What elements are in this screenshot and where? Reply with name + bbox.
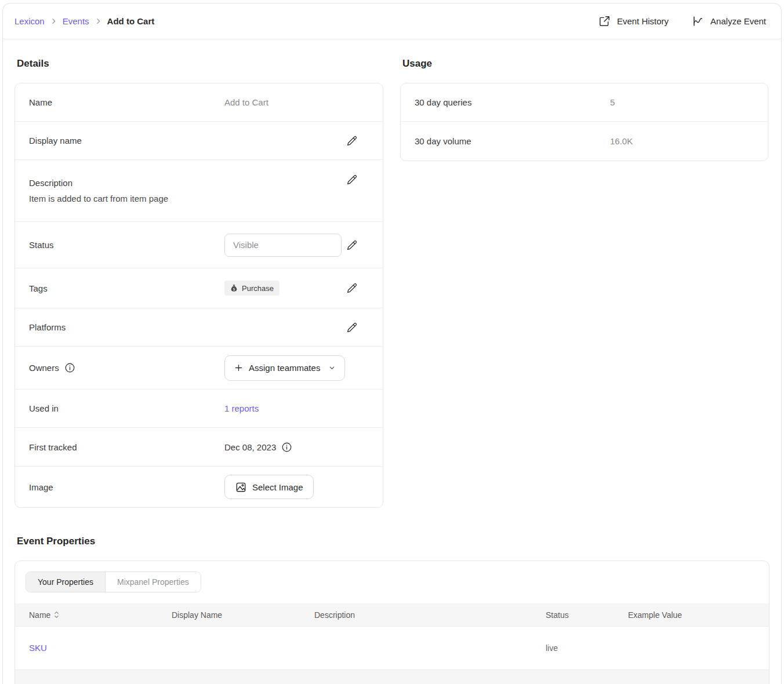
image-label: Image [29,482,53,492]
event-properties-card: Your Properties Mixpanel Properties Name… [14,561,770,684]
tags-label: Tags [29,283,48,293]
analyze-event-label: Analyze Event [710,16,766,26]
details-card: Name Add to Cart Display name Descriptio… [14,83,383,508]
owners-label: Owners [29,363,59,373]
image-icon [235,481,247,493]
pencil-icon [346,282,358,294]
description-label: Description [29,178,72,188]
money-bag-icon: $ [230,284,238,292]
select-image-button[interactable]: Select Image [224,475,314,499]
first-tracked-value: Dec 08, 2023 [224,442,276,452]
detail-row-display-name: Display name [15,122,383,160]
analyze-event-button[interactable]: Analyze Event [692,15,766,27]
properties-table-header: Name Display Name Description Status Exa… [15,603,769,627]
plus-icon [234,363,244,373]
column-header-status[interactable]: Status [546,610,628,620]
chevron-right-icon [50,17,57,25]
column-header-example-value[interactable]: Example Value [628,610,769,620]
first-tracked-info-icon[interactable] [281,442,292,453]
edit-status-button[interactable] [346,239,358,252]
app-window: Lexicon Events Add to Cart Event History… [2,3,782,684]
edit-display-name-button[interactable] [346,134,358,147]
breadcrumb: Lexicon Events Add to Cart [14,16,154,26]
used-in-reports-link[interactable]: 1 reports [224,403,259,413]
header-actions: Event History Analyze Event [598,15,766,27]
column-header-description[interactable]: Description [314,610,546,620]
detail-row-first-tracked: First tracked Dec 08, 2023 [15,428,383,467]
event-history-label: Event History [617,16,669,26]
column-header-display-name[interactable]: Display Name [172,610,314,620]
pencil-icon [346,321,358,334]
main-content: Details Name Add to Cart Display name De… [3,39,781,684]
column-header-name[interactable]: Name [29,610,172,620]
edit-tags-button[interactable] [346,282,358,294]
detail-row-status: Status [15,222,383,268]
tab-your-properties[interactable]: Your Properties [26,572,106,592]
detail-row-platforms: Platforms [15,308,383,347]
pencil-icon [346,134,358,147]
pencil-icon [346,173,358,186]
select-image-label: Select Image [252,482,303,492]
usage-queries-label: 30 day queries [415,97,471,107]
table-row[interactable]: Scroll % live [15,670,769,684]
assign-teammates-label: Assign teammates [249,363,320,373]
usage-section-title: Usage [402,58,768,70]
description-value: Item is added to cart from item page [29,194,168,203]
property-link-sku[interactable]: SKU [29,643,47,653]
breadcrumb-lexicon[interactable]: Lexicon [14,16,45,26]
details-section-title: Details [17,58,383,70]
tag-chip-purchase[interactable]: $ Purchase [224,281,280,296]
cell-status: live [546,643,628,653]
breadcrumb-current-page: Add to Cart [107,16,155,26]
display-name-label: Display name [29,136,82,145]
usage-queries-value: 5 [610,97,615,107]
owners-info-icon[interactable] [64,362,75,373]
detail-row-used-in: Used in 1 reports [15,390,383,428]
event-properties-section-title: Event Properties [17,536,770,547]
status-label: Status [29,240,54,250]
table-row[interactable]: SKU live [15,627,769,670]
properties-tab-group: Your Properties Mixpanel Properties [26,572,201,592]
edit-description-button[interactable] [346,173,358,186]
breadcrumb-events[interactable]: Events [63,16,89,26]
chevron-right-icon [95,17,102,25]
assign-teammates-button[interactable]: Assign teammates [224,355,345,381]
usage-volume-label: 30 day volume [415,136,471,146]
tag-label: Purchase [242,284,274,293]
detail-row-name: Name Add to Cart [15,83,383,122]
line-chart-icon [692,15,704,27]
edit-platforms-button[interactable] [346,321,358,334]
tab-mixpanel-properties[interactable]: Mixpanel Properties [106,572,201,592]
detail-row-description: Description Item is added to cart from i… [15,160,383,222]
usage-volume-value: 16.0K [610,136,633,146]
sort-icon[interactable] [53,610,60,619]
used-in-label: Used in [29,403,59,413]
event-history-button[interactable]: Event History [598,15,669,27]
name-label: Name [29,97,52,107]
usage-row-queries: 30 day queries 5 [401,83,768,122]
platforms-label: Platforms [29,322,66,332]
external-link-icon [598,15,611,27]
svg-text:$: $ [233,287,235,291]
detail-row-image: Image Select Image [15,467,383,507]
pencil-icon [346,239,358,252]
usage-row-volume: 30 day volume 16.0K [401,122,768,161]
first-tracked-label: First tracked [29,442,77,452]
status-input[interactable] [224,234,342,257]
top-bar: Lexicon Events Add to Cart Event History… [3,3,781,39]
column-header-name-label: Name [29,610,50,620]
name-value: Add to Cart [224,97,268,107]
detail-row-tags: Tags $ Purchase [15,268,383,308]
chevron-down-icon [328,364,336,372]
usage-card: 30 day queries 5 30 day volume 16.0K [400,83,768,161]
detail-row-owners: Owners Assign teammates [15,347,383,390]
